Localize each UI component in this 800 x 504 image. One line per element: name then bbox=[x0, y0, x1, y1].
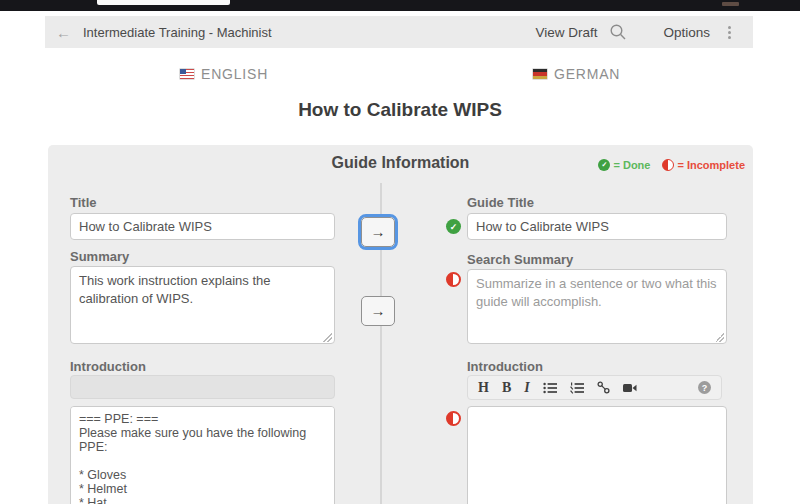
options-button[interactable]: Options bbox=[663, 25, 710, 40]
link-button[interactable] bbox=[597, 381, 610, 394]
source-title-input[interactable] bbox=[70, 213, 335, 240]
target-summary-textarea[interactable] bbox=[467, 269, 727, 344]
guide-information-card: Guide Information ✓ = Done = Incomplete … bbox=[48, 145, 753, 504]
video-button[interactable] bbox=[623, 383, 637, 393]
source-summary-textarea[interactable]: This work instruction explains the calib… bbox=[70, 266, 335, 344]
german-flag-icon bbox=[533, 69, 547, 79]
legend-done-label: = Done bbox=[613, 159, 650, 171]
target-language[interactable]: GERMAN bbox=[533, 66, 620, 82]
transfer-title-button-focus-ring: → bbox=[358, 214, 398, 250]
source-introduction-textarea[interactable]: === PPE: === Please make sure you have t… bbox=[70, 406, 335, 504]
video-camera-icon bbox=[623, 383, 637, 393]
ordered-list-icon bbox=[570, 382, 584, 394]
screen: ← Intermediate Training - Machinist View… bbox=[0, 0, 800, 504]
summary-incomplete-icon bbox=[446, 272, 461, 287]
target-introduction-label: Introduction bbox=[467, 359, 543, 374]
target-introduction-textarea[interactable] bbox=[467, 406, 727, 504]
target-language-label: GERMAN bbox=[554, 66, 620, 82]
view-draft-button[interactable]: View Draft bbox=[535, 25, 597, 40]
link-icon bbox=[597, 381, 610, 394]
incomplete-icon bbox=[662, 159, 674, 171]
rich-text-toolbar: H B I ? bbox=[467, 375, 722, 400]
status-legend: ✓ = Done = Incomplete bbox=[598, 159, 745, 171]
legend-incomplete: = Incomplete bbox=[662, 159, 745, 171]
search-icon[interactable] bbox=[609, 23, 627, 41]
back-arrow-icon[interactable]: ← bbox=[56, 24, 71, 41]
app-toolbar: ← Intermediate Training - Machinist View… bbox=[45, 16, 753, 48]
breadcrumb-title: Intermediate Training - Machinist bbox=[83, 25, 272, 40]
source-intro-toolbar-disabled bbox=[70, 375, 335, 399]
source-introduction-label: Introduction bbox=[70, 359, 146, 374]
page-title: How to Calibrate WIPS bbox=[0, 99, 800, 121]
source-title-label: Title bbox=[70, 195, 97, 210]
transfer-summary-button[interactable]: → bbox=[361, 296, 395, 326]
done-check-icon: ✓ bbox=[598, 159, 610, 171]
browser-tab bbox=[97, 0, 230, 5]
help-icon[interactable]: ? bbox=[698, 381, 711, 394]
target-title-label: Guide Title bbox=[467, 195, 534, 210]
target-summary-label: Search Summary bbox=[467, 252, 573, 267]
bold-button[interactable]: B bbox=[502, 380, 511, 396]
us-flag-icon bbox=[180, 69, 194, 79]
source-summary-label: Summary bbox=[70, 249, 129, 264]
italic-button[interactable]: I bbox=[524, 380, 529, 396]
source-language-label: ENGLISH bbox=[201, 66, 268, 82]
browser-chrome-bar bbox=[0, 0, 800, 11]
legend-done: ✓ = Done bbox=[598, 159, 650, 171]
transfer-title-button[interactable]: → bbox=[361, 217, 395, 247]
ordered-list-button[interactable] bbox=[570, 382, 584, 394]
kebab-menu-icon[interactable] bbox=[726, 24, 733, 41]
heading-button[interactable]: H bbox=[478, 380, 489, 396]
target-title-input[interactable] bbox=[467, 213, 727, 240]
introduction-incomplete-icon bbox=[446, 411, 461, 426]
browser-extension-icon bbox=[722, 2, 739, 6]
title-done-icon: ✓ bbox=[446, 219, 461, 234]
bullet-list-icon bbox=[543, 382, 557, 394]
legend-incomplete-label: = Incomplete bbox=[677, 159, 745, 171]
bullet-list-button[interactable] bbox=[543, 382, 557, 394]
source-language[interactable]: ENGLISH bbox=[180, 66, 268, 82]
